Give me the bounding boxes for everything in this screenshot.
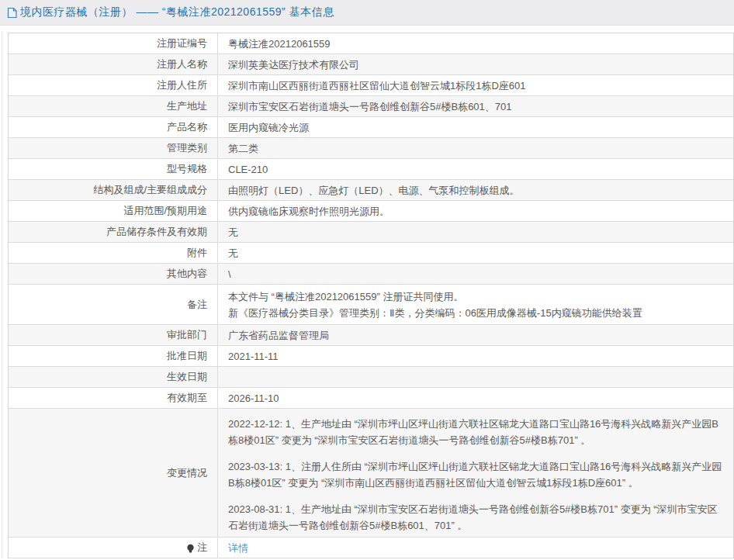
table-row-structure: 结构及组成/主要组成成分 由照明灯（LED）、应急灯（LED）、电源、气泵和控制… bbox=[9, 180, 733, 201]
row-value: CLE-210 bbox=[218, 159, 733, 179]
row-value: 深圳市宝安区石岩街道塘头一号路创维创新谷5#楼B栋601、701 bbox=[218, 96, 733, 116]
row-label: 生产地址 bbox=[9, 96, 218, 116]
change-entry-3: 2023-08-31: 1、生产地址由 “深圳市宝安区石岩街道塘头一号路创维创新… bbox=[228, 501, 725, 534]
table-row-registrant-name: 注册人名称 深圳英美达医疗技术有限公司 bbox=[9, 54, 733, 75]
row-label: 附件 bbox=[9, 243, 218, 263]
change-entry-2: 2023-03-13: 1、注册人住所由 “深圳市坪山区坪山街道六联社区锦龙大道… bbox=[228, 458, 725, 491]
document-icon bbox=[7, 7, 17, 19]
row-label: 备注 bbox=[9, 285, 218, 324]
row-label: 其他内容 bbox=[9, 264, 218, 284]
row-value: 由照明灯（LED）、应急灯（LED）、电源、气泵和控制板组成。 bbox=[218, 180, 733, 200]
table-row-model-spec: 型号规格 CLE-210 bbox=[9, 159, 733, 180]
row-label: 变更情况 bbox=[9, 409, 218, 537]
row-label: 产品名称 bbox=[9, 117, 218, 137]
row-value bbox=[218, 367, 733, 387]
row-label: 适用范围/预期用途 bbox=[9, 201, 218, 221]
table-row-intended-use: 适用范围/预期用途 供内窥镜临床观察时作照明光源用。 bbox=[9, 201, 733, 222]
page-edge-line bbox=[2, 31, 2, 558]
row-label: 有效期至 bbox=[9, 388, 218, 408]
table-row-attachments: 附件 无 bbox=[9, 243, 733, 264]
row-label: 生效日期 bbox=[9, 367, 218, 387]
row-value: 供内窥镜临床观察时作照明光源用。 bbox=[218, 201, 733, 221]
table-row-production-address: 生产地址 深圳市宝安区石岩街道塘头一号路创维创新谷5#楼B栋601、701 bbox=[9, 96, 733, 117]
change-entry-1: 2022-12-12: 1、生产地址由 “深圳市坪山区坪山街道六联社区锦龙大道路… bbox=[228, 416, 725, 448]
page-title: 境内医疗器械（注册） —— “粤械注准20212061559” 基本信息 bbox=[20, 5, 334, 19]
row-value: 深圳市南山区西丽街道西丽社区留仙大道创智云城1标段1栋D座601 bbox=[218, 75, 733, 95]
info-table: 注册证编号 粤械注准20212061559 注册人名称 深圳英美达医疗技术有限公… bbox=[8, 33, 734, 558]
row-value: \ bbox=[218, 264, 733, 284]
row-value: 医用内窥镜冷光源 bbox=[218, 117, 733, 137]
row-value: 2022-12-12: 1、生产地址由 “深圳市坪山区坪山街道六联社区锦龙大道路… bbox=[218, 409, 733, 537]
table-row-approval-date: 批准日期 2021-11-11 bbox=[9, 346, 733, 367]
table-row-product-name: 产品名称 医用内窥镜冷光源 bbox=[9, 117, 733, 138]
table-row-note: 注 详情 bbox=[9, 538, 733, 558]
detail-link[interactable]: 详情 bbox=[228, 541, 248, 555]
table-row-other-content: 其他内容 \ bbox=[9, 264, 733, 285]
row-label: 注册人名称 bbox=[9, 54, 218, 74]
remark-line-1: 本文件与 “粤械注准20212061559” 注册证共同使用。 bbox=[228, 289, 463, 305]
row-value: 本文件与 “粤械注准20212061559” 注册证共同使用。 新《医疗器械分类… bbox=[218, 285, 733, 324]
row-value: 粤械注准20212061559 bbox=[218, 33, 733, 54]
title-bar: 境内医疗器械（注册） —— “粤械注准20212061559” 基本信息 bbox=[0, 0, 734, 26]
table-row-reg-number: 注册证编号 粤械注准20212061559 bbox=[9, 33, 733, 54]
row-value: 第二类 bbox=[218, 138, 733, 158]
table-row-remarks: 备注 本文件与 “粤械注准20212061559” 注册证共同使用。 新《医疗器… bbox=[9, 285, 733, 325]
lightbulb-icon bbox=[186, 544, 195, 554]
remark-line-2: 新《医疗器械分类目录》管理类别：Ⅱ类，分类编码：06医用成像器械-15内窥镜功能… bbox=[228, 305, 642, 321]
row-label: 注 bbox=[9, 538, 218, 558]
row-value: 2026-11-10 bbox=[218, 388, 733, 408]
row-value: 广东省药品监督管理局 bbox=[218, 325, 733, 345]
row-value: 2021-11-11 bbox=[218, 346, 733, 366]
row-label: 型号规格 bbox=[9, 159, 218, 179]
row-label: 结构及组成/主要组成成分 bbox=[9, 180, 218, 200]
row-label: 注册证编号 bbox=[9, 33, 218, 54]
table-row-valid-until: 有效期至 2026-11-10 bbox=[9, 388, 733, 409]
table-row-change-history: 变更情况 2022-12-12: 1、生产地址由 “深圳市坪山区坪山街道六联社区… bbox=[9, 409, 733, 538]
row-value: 无 bbox=[218, 222, 733, 242]
row-value: 深圳英美达医疗技术有限公司 bbox=[218, 54, 733, 74]
table-row-effective-date: 生效日期 bbox=[9, 367, 733, 388]
table-row-registrant-address: 注册人住所 深圳市南山区西丽街道西丽社区留仙大道创智云城1标段1栋D座601 bbox=[9, 75, 733, 96]
row-label: 注册人住所 bbox=[9, 75, 218, 95]
note-label-text: 注 bbox=[197, 541, 207, 555]
row-label: 产品储存条件及有效期 bbox=[9, 222, 218, 242]
row-value: 详情 bbox=[218, 538, 733, 558]
row-label: 审批部门 bbox=[9, 325, 218, 345]
row-label: 管理类别 bbox=[9, 138, 218, 158]
table-row-management-class: 管理类别 第二类 bbox=[9, 138, 733, 159]
table-row-approval-department: 审批部门 广东省药品监督管理局 bbox=[9, 325, 733, 346]
row-label: 批准日期 bbox=[9, 346, 218, 366]
row-value: 无 bbox=[218, 243, 733, 263]
table-row-storage-conditions: 产品储存条件及有效期 无 bbox=[9, 222, 733, 243]
